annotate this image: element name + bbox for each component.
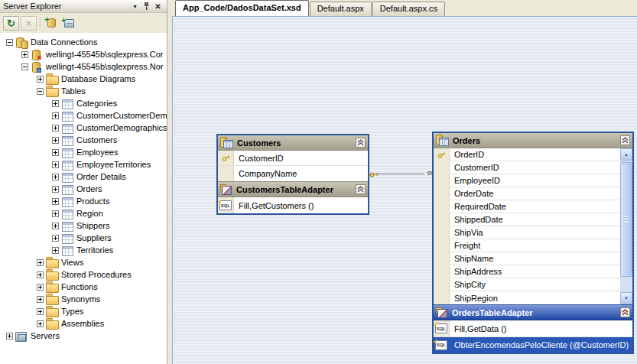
expander-icon[interactable] xyxy=(52,112,59,119)
tree-item[interactable]: Servers xyxy=(0,330,167,342)
method-name: Fill,GetData () xyxy=(450,324,506,333)
orders-table-box[interactable]: Orders OrderID xyxy=(432,132,634,354)
expander-icon[interactable] xyxy=(52,247,59,254)
adapter-method-row[interactable]: SQL Fill,GetCustomers () xyxy=(218,197,368,213)
tree-item[interactable]: Types xyxy=(0,305,167,317)
document-tab[interactable]: Default.aspx.cs xyxy=(372,2,445,16)
expander-icon[interactable] xyxy=(21,51,28,58)
expander-icon[interactable] xyxy=(52,125,59,132)
expander-icon[interactable] xyxy=(52,149,59,156)
window-position-icon[interactable] xyxy=(129,1,141,11)
tree-item[interactable]: Categories xyxy=(0,97,167,109)
column-row[interactable]: CompanyName xyxy=(218,166,368,181)
scroll-down-button[interactable]: ▼ xyxy=(620,292,632,304)
tree-item[interactable]: Tables xyxy=(0,85,167,97)
tree-item[interactable]: Territories xyxy=(0,244,167,256)
collapse-button[interactable] xyxy=(356,138,366,148)
scroll-up-button[interactable]: ▲ xyxy=(620,148,632,161)
expander-icon[interactable] xyxy=(37,259,44,266)
collapse-button[interactable] xyxy=(620,135,630,145)
tree-item[interactable]: Views xyxy=(0,256,167,268)
column-row[interactable]: ShipAddress xyxy=(434,265,620,278)
close-icon[interactable] xyxy=(152,1,164,11)
adapter-method-row[interactable]: SQL ObterEncomendasPeloCliente (@Custome… xyxy=(434,336,632,353)
tree-item[interactable]: Order Details xyxy=(0,171,167,183)
primary-key-icon xyxy=(219,152,231,164)
expander-icon[interactable] xyxy=(52,235,59,242)
expander-icon[interactable] xyxy=(37,88,44,95)
server-explorer-titlebar[interactable]: Server Explorer xyxy=(0,0,167,13)
column-row[interactable]: OrderID xyxy=(434,148,620,161)
column-row[interactable]: ShipVia xyxy=(434,226,620,239)
pin-icon[interactable] xyxy=(141,1,152,11)
relation-connector[interactable]: ∞ xyxy=(369,168,434,180)
expander-icon[interactable] xyxy=(52,174,59,180)
tree-item-label: wellingt-45545b\sqlexpress.Nor xyxy=(46,62,163,71)
column-row[interactable]: ShipName xyxy=(434,252,620,265)
tree-item[interactable]: EmployeeTerritories xyxy=(0,158,167,171)
tree-item[interactable]: Synonyms xyxy=(0,293,167,305)
expander-icon[interactable] xyxy=(52,137,59,144)
tree-item[interactable]: Suppliers xyxy=(0,232,167,244)
document-tab[interactable]: App_Code/DadosDataSet.xsd xyxy=(175,0,309,16)
tree-item[interactable]: Assemblies xyxy=(0,317,167,330)
customers-table-box[interactable]: Customers CustomerID xyxy=(216,134,369,215)
column-row[interactable]: CustomerID xyxy=(218,151,368,166)
tree-item[interactable]: Region xyxy=(0,207,167,219)
expander-icon[interactable] xyxy=(52,198,59,205)
stop-refresh-button[interactable] xyxy=(21,16,37,31)
customers-table-header[interactable]: Customers xyxy=(218,135,368,151)
collapse-button[interactable] xyxy=(356,184,366,194)
expander-icon[interactable] xyxy=(6,39,13,46)
column-row[interactable]: OrderDate xyxy=(434,187,620,200)
tree-item[interactable]: CustomerDemographics xyxy=(0,122,167,134)
scrollbar-thumb[interactable] xyxy=(620,162,632,277)
expander-icon[interactable] xyxy=(52,161,59,168)
dataset-designer-surface[interactable]: Customers CustomerID xyxy=(172,16,637,364)
expander-icon[interactable] xyxy=(52,210,59,217)
column-row[interactable]: RequiredDate xyxy=(434,200,620,213)
expander-icon[interactable] xyxy=(37,271,44,278)
tree-item[interactable]: Shippers xyxy=(0,219,167,232)
tree-item[interactable]: Products xyxy=(0,195,167,207)
expander-icon[interactable] xyxy=(52,100,59,107)
tree-item[interactable]: Data Connections xyxy=(0,36,167,48)
column-row[interactable]: EmployeeID xyxy=(434,174,620,187)
column-row[interactable]: ShipRegion xyxy=(434,291,620,304)
column-row[interactable]: ShippedDate xyxy=(434,213,620,226)
expander-icon[interactable] xyxy=(37,308,44,315)
tree-item[interactable]: Stored Procedures xyxy=(0,268,167,281)
tree-item-label: Stored Procedures xyxy=(61,270,132,279)
tree-item[interactable]: Functions xyxy=(0,281,167,293)
refresh-button[interactable] xyxy=(3,16,19,31)
vertical-scrollbar[interactable]: ▲ ▼ xyxy=(620,148,632,304)
tree-item[interactable]: Database Diagrams xyxy=(0,73,167,85)
column-row[interactable]: CustomerID xyxy=(434,161,620,174)
tree-item[interactable]: Customers xyxy=(0,134,167,146)
tree-item[interactable]: CustomerCustomerDemo xyxy=(0,109,167,122)
adapter-method-row[interactable]: SQL Fill,GetData () xyxy=(434,320,632,336)
expander-icon[interactable] xyxy=(37,320,44,327)
connect-to-database-button[interactable] xyxy=(44,16,60,31)
expander-icon[interactable] xyxy=(52,223,59,229)
tree-item-icon xyxy=(61,221,73,231)
column-name: OrderID xyxy=(450,150,484,159)
tree-item[interactable]: wellingt-45545b\sqlexpress.Nor xyxy=(0,60,167,73)
tree-item[interactable]: wellingt-45545b\sqlexpress.Cor xyxy=(0,48,167,60)
expander-icon[interactable] xyxy=(37,76,44,83)
expander-icon[interactable] xyxy=(37,284,44,291)
expander-icon[interactable] xyxy=(37,296,44,303)
collapse-button[interactable] xyxy=(620,307,630,317)
customers-adapter-header[interactable]: CustomersTableAdapter xyxy=(218,181,368,197)
connect-to-server-button[interactable] xyxy=(61,16,77,31)
orders-table-header[interactable]: Orders xyxy=(434,133,632,148)
orders-adapter-header[interactable]: OrdersTableAdapter xyxy=(434,304,632,320)
document-tab[interactable]: Default.aspx xyxy=(310,2,372,16)
expander-icon[interactable] xyxy=(52,186,59,193)
column-row[interactable]: Freight xyxy=(434,239,620,252)
tree-item[interactable]: Orders xyxy=(0,183,167,195)
expander-icon[interactable] xyxy=(21,63,28,70)
expander-icon[interactable] xyxy=(6,333,13,340)
column-row[interactable]: ShipCity xyxy=(434,278,620,291)
tree-item[interactable]: Employees xyxy=(0,146,167,158)
